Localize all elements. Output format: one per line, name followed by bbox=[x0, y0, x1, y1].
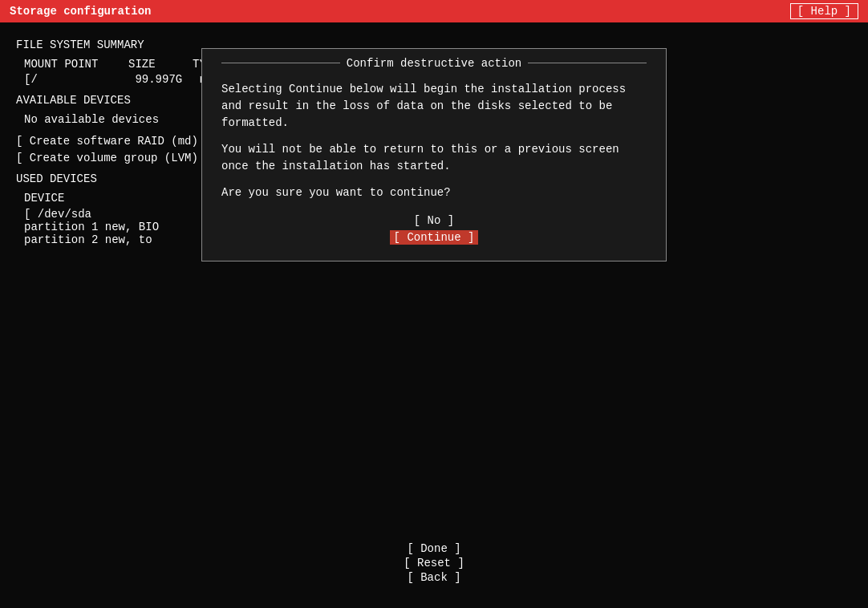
done-button[interactable]: [ Done ] bbox=[390, 542, 478, 555]
row-mount: / bbox=[30, 73, 135, 86]
app-title: Storage configuration bbox=[10, 5, 151, 18]
back-button[interactable]: [ Back ] bbox=[390, 571, 478, 584]
modal-paragraph-2: You will not be able to return to this o… bbox=[221, 141, 647, 175]
modal-dialog: Confirm destructive action Selecting Con… bbox=[201, 48, 667, 261]
bottom-buttons: [ Done ] [ Reset ] [ Back ] bbox=[390, 542, 478, 584]
no-button[interactable]: [ No ] bbox=[390, 214, 478, 227]
reset-button[interactable]: [ Reset ] bbox=[390, 557, 478, 569]
row-bracket-open: [ bbox=[24, 73, 30, 86]
row-size: 99.997G bbox=[135, 73, 199, 86]
modal-title-line: Confirm destructive action bbox=[221, 57, 647, 70]
title-bar: Storage configuration [ Help ] bbox=[0, 0, 868, 22]
modal-paragraph-1: Selecting Continue below will begin the … bbox=[221, 81, 647, 132]
main-content: FILE SYSTEM SUMMARY MOUNT POINT SIZE TYP… bbox=[0, 22, 868, 254]
modal-body: Selecting Continue below will begin the … bbox=[221, 81, 647, 201]
modal-question: Are you sure you want to continue? bbox=[221, 184, 647, 201]
continue-button[interactable]: [ Continue ] bbox=[390, 230, 478, 245]
modal-buttons: [ No ] [ Continue ] bbox=[221, 214, 647, 245]
modal-title: Confirm destructive action bbox=[340, 57, 528, 70]
col-header-mount: MOUNT POINT bbox=[24, 58, 128, 71]
help-button[interactable]: [ Help ] bbox=[790, 3, 858, 19]
col-header-size: SIZE bbox=[128, 58, 193, 71]
